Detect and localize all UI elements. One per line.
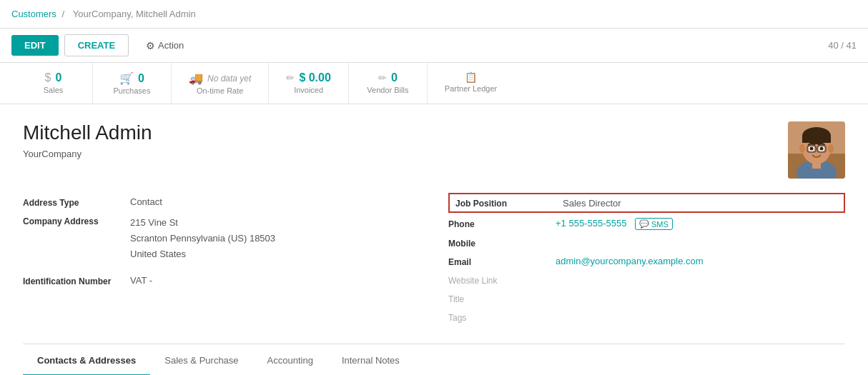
mobile-label: Mobile [448,237,556,249]
svg-point-11 [810,147,814,151]
stat-invoiced-label: Invoiced [294,86,323,94]
avatar-image [788,121,845,179]
stat-purchases-icon-row: 🛒 0 [119,71,144,85]
stat-sales-label: Sales [44,86,64,94]
phone-value: +1 555-555-5555 💬 SMS [556,218,845,230]
address-type-row: Address Type Contact [23,193,420,211]
phone-label: Phone [448,218,556,229]
svg-rect-6 [802,136,831,143]
svg-point-12 [820,147,824,151]
website-row: Website Link [448,271,845,289]
contact-name: Mitchell Admin [23,121,152,144]
tabs-bar: Contacts & Addresses Sales & Purchase Ac… [23,344,845,375]
tab-accounting-label: Accounting [267,355,313,366]
job-position-value: Sales Director [563,198,838,209]
main-content: Mitchell Admin YourCompany [0,104,868,375]
contact-header: Mitchell Admin YourCompany [23,121,845,179]
stat-invoiced-icon-row: ✏ $ 0.00 [286,71,330,84]
city-state: Scranton Pennsylvania (US) 18503 [130,233,275,244]
email-row: Email admin@yourcompany.example.com [448,252,845,271]
tab-internal-notes[interactable]: Internal Notes [327,344,414,375]
job-position-row: Job Position Sales Director [448,193,845,213]
stat-vendor-bills-icon-row: ✏ 0 [378,71,398,84]
title-row: Title [448,289,845,308]
tags-row: Tags [448,308,845,326]
mobile-row: Mobile [448,234,845,252]
tags-label: Tags [448,311,556,323]
breadcrumb-current: YourCompany, Mitchell Admin [73,9,196,19]
stat-vendor-bills[interactable]: ✏ 0 Vendor Bills [349,63,428,104]
email-label: Email [448,256,556,267]
dollar-icon: $ [45,71,51,84]
contact-info: Mitchell Admin YourCompany [23,121,152,159]
action-bar: EDIT CREATE ⚙ Action 40 / 41 [0,29,868,63]
stat-ontime-label: On-time Rate [197,86,243,95]
fields-grid: Address Type Contact Company Address 215… [23,193,845,326]
street: 215 Vine St [130,217,178,228]
stat-sales-number: 0 [56,71,62,84]
sms-icon: 💬 [639,219,649,229]
sms-button[interactable]: 💬 SMS [635,218,673,230]
book-icon: 📋 [465,71,477,83]
title-label: Title [448,293,556,304]
page-counter: 40 / 41 [828,40,857,51]
pencil2-icon: ✏ [378,72,387,84]
pencil-icon: ✏ [286,72,295,84]
gear-icon: ⚙ [146,40,155,51]
breadcrumb-bar: Customers / YourCompany, Mitchell Admin [0,0,868,29]
stat-invoiced-number: $ 0.00 [299,71,330,84]
tab-sales-purchase-label: Sales & Purchase [164,355,238,366]
breadcrumb-separator: / [61,9,64,19]
stat-vendor-bills-number: 0 [391,71,398,84]
tab-sales-purchase[interactable]: Sales & Purchase [150,344,252,375]
stat-ontime-icon-row: 🚚 No data yet [189,71,251,85]
phone-row: Phone +1 555-555-5555 💬 SMS [448,214,845,234]
stat-partner-ledger-icon-row: 📋 [465,71,477,83]
right-column: Job Position Sales Director Phone +1 555… [448,193,845,326]
country: United States [130,249,186,259]
address-type-value: Contact [130,196,420,207]
tab-accounting[interactable]: Accounting [253,344,327,375]
stats-bar: $ 0 Sales 🛒 0 Purchases 🚚 No data yet On… [0,63,868,104]
address-type-label: Address Type [23,196,130,208]
stat-sales[interactable]: $ 0 Sales [14,63,93,104]
edit-button[interactable]: EDIT [11,35,59,56]
phone-link[interactable]: +1 555-555-5555 [556,218,626,229]
svg-point-8 [828,144,834,153]
company-address-label: Company Address [23,215,130,226]
stat-invoiced[interactable]: ✏ $ 0.00 Invoiced [269,63,348,104]
action-label: Action [158,40,184,51]
action-menu[interactable]: ⚙ Action [146,40,184,51]
email-link[interactable]: admin@yourcompany.example.com [556,256,704,266]
id-number-row: Identification Number VAT - [23,271,420,290]
stat-ontime[interactable]: 🚚 No data yet On-time Rate [172,63,269,104]
stat-vendor-bills-label: Vendor Bills [367,86,408,94]
id-number-value: VAT - [130,275,420,286]
tab-internal-notes-label: Internal Notes [342,355,400,366]
stat-purchases-number: 0 [138,72,144,85]
avatar [788,121,845,179]
left-column: Address Type Contact Company Address 215… [23,193,420,326]
sms-label: SMS [651,220,669,229]
svg-point-7 [799,144,805,153]
stat-partner-ledger-label: Partner Ledger [445,84,497,93]
cart-icon: 🛒 [119,71,134,85]
tab-contacts-addresses-label: Contacts & Addresses [37,355,136,366]
stat-sales-icon-row: $ 0 [45,71,62,84]
stat-partner-ledger[interactable]: 📋 Partner Ledger [428,63,514,104]
stat-purchases-label: Purchases [114,86,151,95]
company-address-value: 215 Vine St Scranton Pennsylvania (US) 1… [130,215,420,262]
truck-icon: 🚚 [189,71,203,85]
id-number-label: Identification Number [23,275,130,286]
email-value: admin@yourcompany.example.com [556,256,845,266]
contact-company: YourCompany [23,149,152,159]
website-label: Website Link [448,274,556,286]
create-button[interactable]: CREATE [64,34,129,56]
tab-contacts-addresses[interactable]: Contacts & Addresses [23,344,150,375]
company-address-row: Company Address 215 Vine St Scranton Pen… [23,211,420,266]
breadcrumb-parent[interactable]: Customers [11,9,56,19]
job-position-label: Job Position [455,197,563,209]
stat-purchases[interactable]: 🛒 0 Purchases [93,63,172,104]
stat-ontime-nodata: No data yet [207,74,251,84]
breadcrumb: Customers / YourCompany, Mitchell Admin [11,9,199,19]
